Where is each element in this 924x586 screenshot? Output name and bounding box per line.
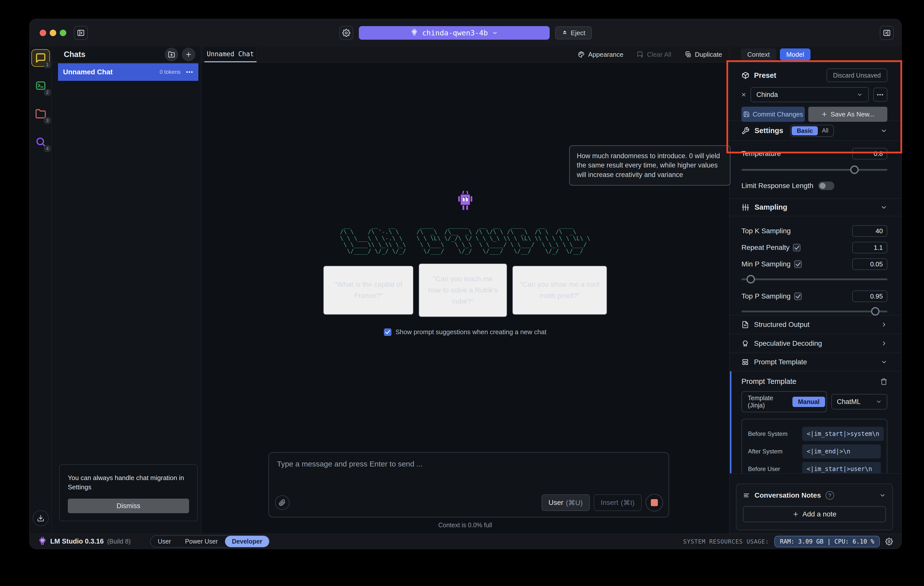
resources-usage-pill[interactable]: RAM: 3.09 GB | CPU: 6.10 % xyxy=(774,536,880,547)
folder-plus-icon xyxy=(168,51,175,58)
slider-handle[interactable] xyxy=(871,307,879,315)
chat-item-menu-button[interactable]: ••• xyxy=(186,69,193,75)
new-chat-button[interactable] xyxy=(182,48,195,61)
delete-template-button[interactable] xyxy=(880,378,887,385)
clear-preset-button[interactable]: × xyxy=(741,91,746,98)
prompt-template-row[interactable]: Prompt Template xyxy=(729,353,901,371)
min-p-slider[interactable] xyxy=(741,275,887,284)
structured-output-row[interactable]: Structured Output xyxy=(729,315,901,334)
prompt-suggestion-card[interactable]: "What is the capital of France?" xyxy=(323,266,414,315)
repeat-penalty-checkbox[interactable] xyxy=(793,244,800,251)
discard-unsaved-button[interactable]: Discard Unsaved xyxy=(827,69,887,82)
temperature-label: Temperature xyxy=(741,150,781,158)
commit-changes-button[interactable]: Commit Changes xyxy=(741,107,805,122)
chevron-down-icon xyxy=(880,127,887,134)
attach-file-button[interactable] xyxy=(275,495,289,510)
chevron-down-icon xyxy=(876,399,882,405)
plus-icon xyxy=(792,511,799,517)
top-p-input[interactable]: 0.95 xyxy=(852,291,887,302)
speculative-decoding-row[interactable]: Speculative Decoding xyxy=(729,334,901,353)
toggle-left-sidebar-button[interactable] xyxy=(74,26,88,40)
slider-handle[interactable] xyxy=(746,275,755,284)
traffic-lights xyxy=(40,30,66,36)
template-fields-card: Before System <|im_start|>system\n After… xyxy=(741,419,887,474)
sampling-section-header[interactable]: Sampling xyxy=(729,199,901,216)
preset-section: Preset Discard Unsaved × Chinda ••• xyxy=(729,63,901,121)
repeat-penalty-input[interactable]: 1.1 xyxy=(852,242,887,253)
show-suggestions-checkbox[interactable] xyxy=(384,328,391,336)
repeat-penalty-label: Repeat Penalty xyxy=(741,244,789,252)
preset-select[interactable]: Chinda xyxy=(751,87,869,102)
close-window-button[interactable] xyxy=(40,30,46,36)
model-selector[interactable]: chinda-qwen3-4b xyxy=(359,26,549,40)
stop-generation-button[interactable] xyxy=(645,494,663,512)
chevron-down-icon xyxy=(880,204,887,211)
tab-model[interactable]: Model xyxy=(780,48,811,61)
lm-studio-ascii-logo: __ __ __ ____ ______ __ __ ____ __ ____ … xyxy=(340,222,590,254)
send-as-user-button[interactable]: User (⌘U) xyxy=(541,494,590,511)
slider-handle[interactable] xyxy=(850,165,859,174)
chevron-down-icon xyxy=(881,359,887,365)
limit-response-toggle[interactable] xyxy=(818,182,834,190)
settings-section-header[interactable]: Settings Basic All xyxy=(729,121,901,141)
before-system-input[interactable]: <|im_start|>system\n xyxy=(802,427,884,441)
tab-context[interactable]: Context xyxy=(741,48,776,61)
duplicate-button[interactable]: Duplicate xyxy=(685,51,722,58)
app-settings-button[interactable] xyxy=(339,26,353,40)
context-usage-note: Context is 0.0% full xyxy=(201,522,729,529)
prompt-suggestion-card[interactable]: "Can you teach me how to solve a Rubik's… xyxy=(419,263,507,317)
mode-developer[interactable]: Developer xyxy=(225,536,269,547)
nav-discover-button[interactable]: 4 xyxy=(31,133,50,151)
eject-model-button[interactable]: Eject xyxy=(555,26,592,40)
file-code-icon xyxy=(741,321,749,328)
after-system-input[interactable]: <|im_end|>\n xyxy=(802,444,881,459)
template-format-select[interactable]: ChatML xyxy=(832,394,887,409)
mode-power-user[interactable]: Power User xyxy=(178,536,225,547)
mode-user[interactable]: User xyxy=(151,536,178,547)
minimize-window-button[interactable] xyxy=(50,30,56,36)
min-p-input[interactable]: 0.05 xyxy=(852,258,887,270)
prompt-suggestion-card[interactable]: "Can you show me a cool math proof?" xyxy=(512,266,607,315)
layout-icon xyxy=(741,358,749,366)
nav-developer-button[interactable]: 2 xyxy=(31,77,50,94)
chat-item-token-count: 0 tokens xyxy=(160,69,180,75)
min-p-checkbox[interactable] xyxy=(794,260,802,268)
template-mode-toggle[interactable]: Template (Jinja) Manual xyxy=(741,391,827,412)
dismiss-button[interactable]: Dismiss xyxy=(68,499,189,513)
top-k-input[interactable]: 40 xyxy=(852,225,887,237)
top-p-checkbox[interactable] xyxy=(794,292,802,300)
eject-icon xyxy=(562,29,568,37)
gear-icon[interactable] xyxy=(885,538,893,545)
temperature-input[interactable]: 0.8 xyxy=(852,148,887,159)
top-k-label: Top K Sampling xyxy=(741,227,791,235)
before-user-input[interactable]: <|im_start|>user\n xyxy=(802,462,881,474)
temperature-slider[interactable] xyxy=(741,165,887,174)
statusbar: LM Studio 0.3.16 (Build 8) User Power Us… xyxy=(30,534,901,549)
nav-my-models-button[interactable]: 3 xyxy=(31,105,50,122)
add-note-button[interactable]: Add a note xyxy=(743,506,886,522)
preset-menu-button[interactable]: ••• xyxy=(873,87,887,102)
top-p-slider[interactable] xyxy=(741,307,887,315)
zoom-window-button[interactable] xyxy=(60,30,66,36)
settings-basic-all-toggle[interactable]: Basic All xyxy=(790,125,834,137)
sampling-block: Top K Sampling 40 Repeat Penalty 1.1 Min… xyxy=(729,216,901,315)
toggle-right-sidebar-button[interactable] xyxy=(880,26,894,40)
lmstudio-mascot-icon xyxy=(455,189,475,212)
downloads-button[interactable] xyxy=(33,510,49,526)
panel-left-icon xyxy=(77,29,85,37)
message-composer[interactable]: Type a message and press Enter to send .… xyxy=(268,452,669,517)
chat-list-item[interactable]: Unnamed Chat 0 tokens ••• xyxy=(58,63,198,81)
duplicate-icon xyxy=(685,51,691,58)
save-as-new-button[interactable]: Save As New... xyxy=(808,107,887,122)
insert-message-button[interactable]: Insert (⌘I) xyxy=(594,494,642,511)
nav-chat-button[interactable]: 1 xyxy=(31,49,50,67)
help-icon[interactable]: ? xyxy=(825,491,834,500)
chevron-down-icon xyxy=(879,492,886,499)
appearance-button[interactable]: Appearance xyxy=(578,51,624,58)
nav-developer-badge: 2 xyxy=(44,89,51,96)
clear-all-button[interactable]: Clear All xyxy=(637,51,672,58)
new-folder-button[interactable] xyxy=(165,48,178,61)
chat-tab-unnamed[interactable]: Unnamed Chat xyxy=(205,47,257,62)
chevron-down-icon xyxy=(492,30,498,36)
prompt-template-title: Prompt Template xyxy=(741,377,797,386)
